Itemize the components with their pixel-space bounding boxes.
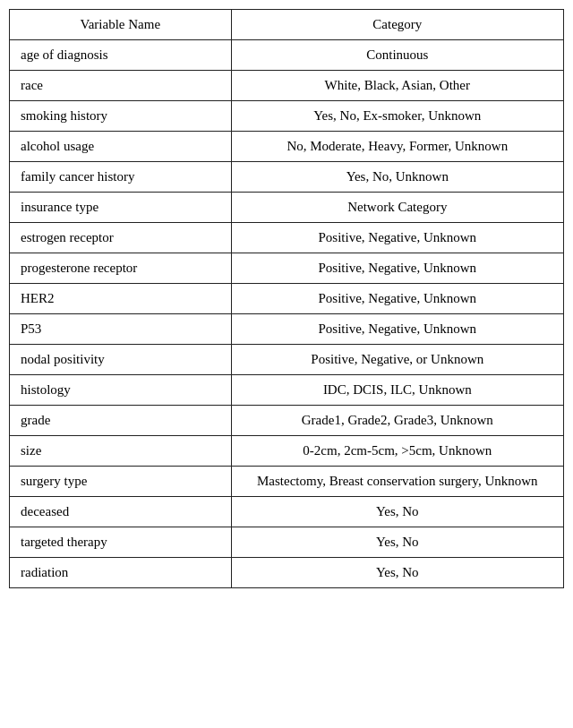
variable-name-cell: alcohol usage <box>10 132 232 162</box>
category-cell: Grade1, Grade2, Grade3, Unknown <box>231 406 563 436</box>
category-cell: Yes, No, Unknown <box>231 162 563 193</box>
table-row: progesterone receptorPositive, Negative,… <box>10 253 564 284</box>
category-cell: Yes, No <box>231 497 563 527</box>
variables-table: Variable Name Category age of diagnosisC… <box>9 9 564 588</box>
variable-name-cell: surgery type <box>10 467 232 497</box>
category-cell: Mastectomy, Breast conservation surgery,… <box>231 467 563 497</box>
table-row: histologyIDC, DCIS, ILC, Unknown <box>10 375 564 406</box>
category-cell: Yes, No <box>231 527 563 558</box>
category-cell: IDC, DCIS, ILC, Unknown <box>231 375 563 406</box>
table-row: age of diagnosisContinuous <box>10 40 564 71</box>
category-cell: Yes, No <box>231 558 563 588</box>
header-variable: Variable Name <box>10 10 232 40</box>
category-cell: Continuous <box>231 40 563 71</box>
table-row: raceWhite, Black, Asian, Other <box>10 71 564 101</box>
table-row: surgery typeMastectomy, Breast conservat… <box>10 467 564 497</box>
variable-name-cell: P53 <box>10 314 232 345</box>
category-cell: Positive, Negative, Unknown <box>231 223 563 253</box>
variable-name-cell: family cancer history <box>10 162 232 193</box>
table-row: deceasedYes, No <box>10 497 564 527</box>
variable-name-cell: radiation <box>10 558 232 588</box>
category-cell: 0-2cm, 2cm-5cm, >5cm, Unknown <box>231 436 563 467</box>
table-row: estrogen receptorPositive, Negative, Unk… <box>10 223 564 253</box>
category-cell: Positive, Negative, or Unknown <box>231 345 563 375</box>
category-cell: White, Black, Asian, Other <box>231 71 563 101</box>
variable-name-cell: grade <box>10 406 232 436</box>
category-cell: No, Moderate, Heavy, Former, Unknown <box>231 132 563 162</box>
variable-name-cell: size <box>10 436 232 467</box>
variable-name-cell: targeted therapy <box>10 527 232 558</box>
table-row: targeted therapyYes, No <box>10 527 564 558</box>
category-cell: Positive, Negative, Unknown <box>231 284 563 314</box>
table-row: gradeGrade1, Grade2, Grade3, Unknown <box>10 406 564 436</box>
table-row: alcohol usageNo, Moderate, Heavy, Former… <box>10 132 564 162</box>
category-cell: Positive, Negative, Unknown <box>231 314 563 345</box>
variable-name-cell: smoking history <box>10 101 232 132</box>
variable-name-cell: race <box>10 71 232 101</box>
header-category: Category <box>231 10 563 40</box>
table-row: size0-2cm, 2cm-5cm, >5cm, Unknown <box>10 436 564 467</box>
table-row: HER2Positive, Negative, Unknown <box>10 284 564 314</box>
category-cell: Network Category <box>231 193 563 223</box>
variable-name-cell: insurance type <box>10 193 232 223</box>
variable-name-cell: histology <box>10 375 232 406</box>
table-row: radiationYes, No <box>10 558 564 588</box>
variable-name-cell: estrogen receptor <box>10 223 232 253</box>
category-cell: Positive, Negative, Unknown <box>231 253 563 284</box>
table-row: nodal positivityPositive, Negative, or U… <box>10 345 564 375</box>
table-row: P53Positive, Negative, Unknown <box>10 314 564 345</box>
table-row: smoking historyYes, No, Ex-smoker, Unkno… <box>10 101 564 132</box>
category-cell: Yes, No, Ex-smoker, Unknown <box>231 101 563 132</box>
variable-name-cell: age of diagnosis <box>10 40 232 71</box>
variable-name-cell: HER2 <box>10 284 232 314</box>
table-row: insurance typeNetwork Category <box>10 193 564 223</box>
variable-name-cell: progesterone receptor <box>10 253 232 284</box>
variable-name-cell: nodal positivity <box>10 345 232 375</box>
table-row: family cancer historyYes, No, Unknown <box>10 162 564 193</box>
variable-name-cell: deceased <box>10 497 232 527</box>
